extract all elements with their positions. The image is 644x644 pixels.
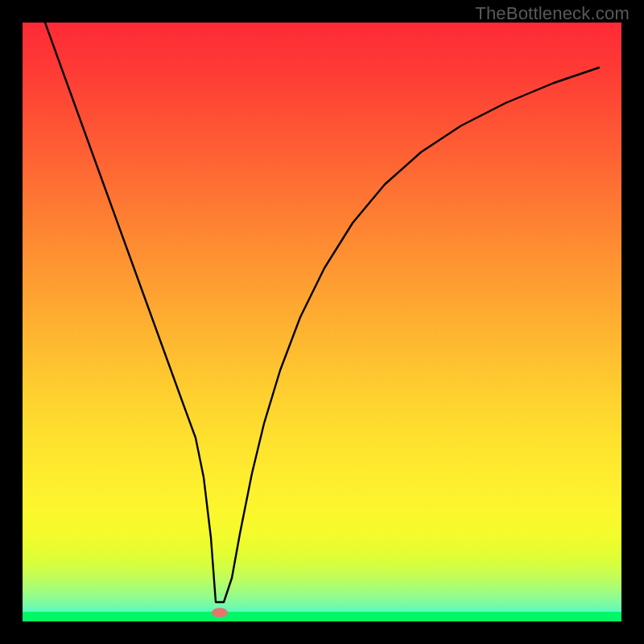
bottleneck-marker <box>212 608 228 617</box>
bottleneck-curve <box>23 23 621 621</box>
chart-area <box>23 23 621 621</box>
watermark-text: TheBottleneck.com <box>475 3 630 24</box>
